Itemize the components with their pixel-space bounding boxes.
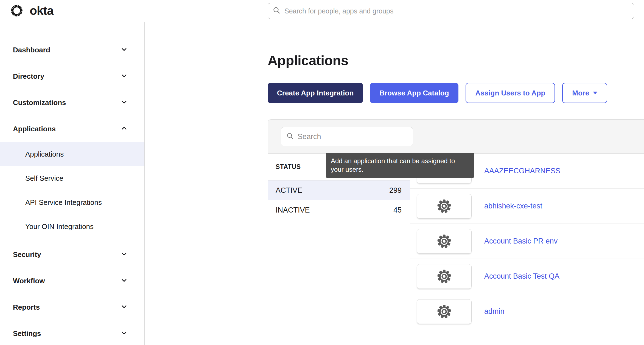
sidebar-item-security[interactable]: Security bbox=[0, 241, 144, 268]
sidebar-item-label: Settings bbox=[13, 329, 41, 338]
sidebar-subitem-label: Self Service bbox=[25, 174, 63, 183]
status-filter-label: ACTIVE bbox=[276, 186, 303, 195]
chevron-down-icon bbox=[120, 329, 128, 338]
sidebar-item-label: Customizations bbox=[13, 98, 66, 107]
gear-icon bbox=[436, 199, 452, 214]
sidebar-item-workflow[interactable]: Workflow bbox=[0, 268, 144, 294]
sidebar-item-directory[interactable]: Directory bbox=[0, 63, 144, 89]
app-logo-tile bbox=[417, 264, 472, 289]
chevron-down-icon bbox=[120, 71, 128, 81]
action-buttons: Create App Integration Browse App Catalo… bbox=[268, 83, 644, 103]
sidebar-item-reports[interactable]: Reports bbox=[0, 294, 144, 320]
chevron-down-icon bbox=[120, 276, 128, 286]
tooltip: Add an application that can be assigned … bbox=[326, 153, 474, 178]
gear-icon bbox=[436, 269, 452, 284]
okta-logo-icon bbox=[9, 3, 25, 19]
okta-brand: okta bbox=[9, 3, 53, 19]
browse-app-catalog-button[interactable]: Browse App Catalog bbox=[370, 83, 458, 103]
app-name-link[interactable]: Account Basic Test QA bbox=[484, 272, 559, 281]
dropdown-caret-icon bbox=[593, 92, 597, 94]
sidebar-item-label: Directory bbox=[13, 72, 44, 81]
sidebar-item-settings[interactable]: Settings bbox=[0, 320, 144, 345]
sidebar-item-customizations[interactable]: Customizations bbox=[0, 89, 144, 116]
okta-logo-text: okta bbox=[30, 4, 53, 18]
status-filter-label: INACTIVE bbox=[276, 206, 310, 214]
top-header: okta bbox=[0, 0, 644, 22]
page-title: Applications bbox=[268, 53, 644, 69]
chevron-down-icon bbox=[120, 302, 128, 312]
search-icon bbox=[273, 7, 281, 15]
sidebar-subitem-label: Applications bbox=[25, 150, 64, 159]
app-name-link[interactable]: Account Basic PR env bbox=[484, 237, 558, 245]
app-row: admin bbox=[410, 294, 644, 329]
gear-icon bbox=[436, 304, 452, 319]
sidebar-subitem-label: API Service Integrations bbox=[25, 198, 102, 207]
status-filter-panel: STATUS ACTIVE 299 INACTIVE 45 bbox=[268, 154, 410, 333]
sidebar-subitem-label: Your OIN Integrations bbox=[25, 222, 94, 231]
applications-card: STATUS ACTIVE 299 INACTIVE 45 harness AA… bbox=[268, 119, 644, 333]
sidebar: Dashboard Directory Customizations Appli… bbox=[0, 22, 145, 345]
sidebar-item-label: Reports bbox=[13, 303, 40, 312]
global-search[interactable] bbox=[268, 3, 634, 19]
status-filter-count: 299 bbox=[389, 186, 402, 195]
app-logo-tile bbox=[417, 229, 472, 254]
global-search-input[interactable] bbox=[284, 7, 629, 15]
chevron-down-icon bbox=[120, 45, 128, 55]
chevron-up-icon bbox=[120, 124, 128, 134]
main-content: Applications Create App Integration Brow… bbox=[145, 22, 644, 345]
sidebar-item-label: Workflow bbox=[13, 277, 45, 285]
gear-icon bbox=[436, 234, 452, 249]
apps-list: harness AAAZEECGHARNESS abhishek-cxe-tes… bbox=[410, 154, 644, 333]
more-button[interactable]: More bbox=[562, 83, 607, 103]
sidebar-subitem-your-oin-integrations[interactable]: Your OIN Integrations bbox=[0, 214, 144, 239]
app-name-link[interactable]: AAAZEECGHARNESS bbox=[484, 167, 561, 175]
apps-search[interactable] bbox=[281, 127, 413, 146]
search-icon bbox=[287, 132, 294, 141]
app-row: abhishek-cxe-test bbox=[410, 189, 644, 224]
app-logo-tile bbox=[417, 299, 472, 324]
app-logo-tile bbox=[417, 194, 472, 219]
sidebar-subitem-applications[interactable]: Applications bbox=[0, 142, 144, 166]
assign-users-to-app-button[interactable]: Assign Users to App bbox=[466, 83, 555, 103]
status-filter-count: 45 bbox=[393, 206, 402, 214]
apps-search-input[interactable] bbox=[298, 132, 407, 141]
sidebar-item-applications[interactable]: Applications bbox=[0, 116, 144, 142]
chevron-down-icon bbox=[120, 98, 128, 108]
applications-card-header bbox=[268, 120, 644, 154]
create-app-integration-button[interactable]: Create App Integration bbox=[268, 83, 363, 103]
status-filter-active[interactable]: ACTIVE 299 bbox=[268, 180, 410, 200]
status-filter-inactive[interactable]: INACTIVE 45 bbox=[268, 200, 410, 220]
app-row: Account Basic Test QA bbox=[410, 259, 644, 294]
sidebar-item-label: Applications bbox=[13, 125, 56, 133]
sidebar-item-dashboard[interactable]: Dashboard bbox=[0, 37, 144, 63]
sidebar-item-label: Security bbox=[13, 250, 41, 259]
app-row: Account Basic PR env bbox=[410, 224, 644, 259]
app-name-link[interactable]: abhishek-cxe-test bbox=[484, 202, 542, 210]
sidebar-item-label: Dashboard bbox=[13, 46, 50, 54]
sidebar-subitem-self-service[interactable]: Self Service bbox=[0, 166, 144, 190]
sidebar-subitem-api-service-integrations[interactable]: API Service Integrations bbox=[0, 190, 144, 214]
chevron-down-icon bbox=[120, 250, 128, 259]
app-name-link[interactable]: admin bbox=[484, 307, 505, 316]
